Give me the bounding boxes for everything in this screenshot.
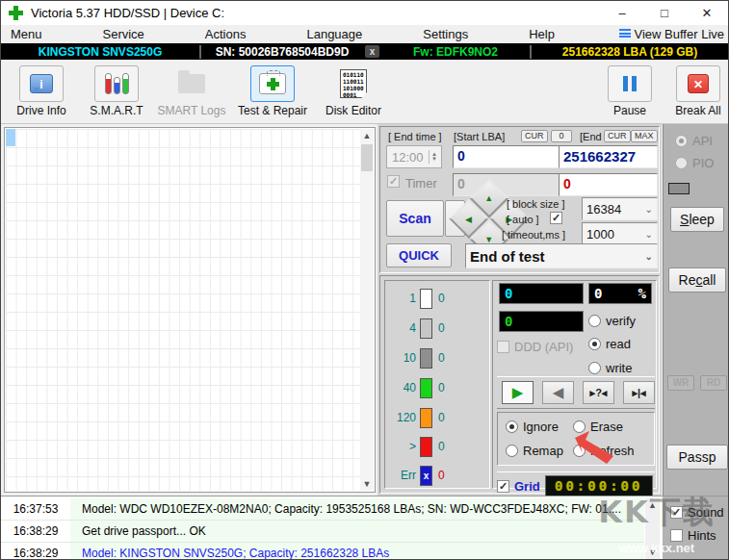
sleep-button[interactable]: Sleep bbox=[670, 207, 724, 232]
mouse-cursor-arrow-icon bbox=[573, 430, 615, 465]
close-button[interactable]: ✕ bbox=[686, 1, 728, 25]
passp-button[interactable]: Passp bbox=[666, 445, 728, 470]
percent-lcd: 0 % bbox=[588, 283, 652, 304]
toolbar: i Drive Info S.M.A.R.T SMART Logs Test &… bbox=[1, 60, 728, 124]
verify-radio[interactable] bbox=[588, 315, 601, 327]
scroll-down-icon[interactable]: ▼ bbox=[648, 546, 657, 559]
end-lba-input[interactable]: 251662327 bbox=[559, 145, 658, 168]
menu-bar: Menu Service Actions Language Settings H… bbox=[1, 25, 728, 43]
test-repair-button[interactable]: Test & Repair bbox=[234, 65, 311, 117]
legend-row-err: Err x 0 bbox=[385, 464, 489, 487]
hints-checkbox[interactable] bbox=[670, 529, 683, 542]
grid-checkbox[interactable] bbox=[497, 480, 509, 493]
scan-grid-current-cell bbox=[6, 129, 15, 146]
error-count-input: 0 bbox=[559, 173, 658, 196]
scan-grid-scrollbar[interactable]: ▲ ▼ bbox=[360, 129, 374, 491]
rewind-button[interactable]: ◀ bbox=[542, 381, 574, 404]
seek-question-button[interactable]: ▸?◂ bbox=[583, 381, 614, 404]
folder-icon bbox=[178, 74, 205, 93]
menu-item-settings[interactable]: Settings bbox=[423, 27, 468, 41]
end-time-label: [ End time ] bbox=[388, 131, 442, 142]
api-radio bbox=[675, 135, 688, 147]
results-group: 1 0 4 0 10 0 40 0 bbox=[379, 275, 660, 494]
speed-lcd: 0 bbox=[499, 311, 584, 332]
maximize-button[interactable]: □ bbox=[643, 1, 686, 25]
mode-verify-option[interactable]: verify bbox=[588, 314, 636, 328]
action-ignore-option[interactable]: Ignore bbox=[506, 420, 559, 434]
timer-value-input: 0 bbox=[453, 173, 573, 196]
end-cur-button[interactable]: CUR bbox=[604, 130, 631, 142]
legend-swatch bbox=[420, 378, 432, 398]
timer-checkbox[interactable] bbox=[387, 175, 400, 188]
auto-checkbox[interactable] bbox=[550, 212, 562, 224]
scroll-up-icon[interactable]: ▲ bbox=[363, 129, 372, 142]
legend-row-120: 120 0 bbox=[385, 406, 489, 429]
drive-info-button[interactable]: i Drive Info bbox=[7, 65, 76, 117]
scan-grid bbox=[6, 129, 360, 491]
grid-toggle-row: Grid 00:00:00 bbox=[497, 471, 655, 497]
chevron-down-icon: ⌄ bbox=[645, 229, 653, 240]
menu-item-language[interactable]: Language bbox=[306, 27, 362, 41]
end-max-button[interactable]: MAX bbox=[631, 130, 658, 142]
scroll-down-icon[interactable]: ▼ bbox=[363, 477, 372, 491]
device-firmware: Fw: EDFK9NO2 bbox=[381, 45, 532, 59]
mode-read-option[interactable]: read bbox=[588, 337, 631, 351]
victoria-app-window: Victoria 5.37 HDD/SSD | Device C: – □ ✕ … bbox=[0, 0, 729, 560]
smart-button[interactable]: S.M.A.R.T bbox=[82, 65, 151, 117]
break-x-icon: ✕ bbox=[688, 74, 709, 93]
remap-radio[interactable] bbox=[506, 445, 518, 457]
scroll-thumb[interactable] bbox=[361, 144, 373, 171]
menu-item-help[interactable]: Help bbox=[529, 27, 555, 41]
minimize-button[interactable]: – bbox=[601, 1, 643, 25]
device-close-icon[interactable]: x bbox=[365, 45, 379, 58]
sound-checkbox[interactable] bbox=[670, 506, 683, 519]
seek-end-button[interactable]: ▸|◂ bbox=[623, 381, 655, 404]
auto-label: [ auto ] bbox=[507, 214, 539, 225]
side-panel: API PIO Sleep Recall WR RD Passp bbox=[663, 124, 729, 496]
timeout-combo[interactable]: 1000⌄ bbox=[582, 222, 658, 245]
log-row: 16:38:29 Get drive passport... OK bbox=[1, 521, 644, 543]
quick-button[interactable]: QUICK bbox=[386, 243, 452, 267]
legend-swatch bbox=[420, 408, 432, 428]
menu-item-menu[interactable]: Menu bbox=[11, 27, 42, 41]
end-time-spinner[interactable]: 12:00 ▲▼ bbox=[386, 145, 442, 168]
action-remap-option[interactable]: Remap bbox=[506, 444, 563, 458]
menu-item-actions[interactable]: Actions bbox=[205, 27, 247, 41]
timer-label: Timer bbox=[405, 176, 437, 191]
scan-button[interactable]: Scan bbox=[386, 200, 444, 237]
api-option: API bbox=[675, 134, 713, 148]
spinner-arrows-icon[interactable]: ▲▼ bbox=[429, 150, 439, 164]
block-size-combo[interactable]: 16384⌄ bbox=[582, 197, 658, 220]
play-button[interactable]: ▶ bbox=[502, 381, 534, 404]
lba-lcd: 0 bbox=[499, 283, 584, 304]
disk-editor-button[interactable]: 010110 110011 101000 0001 Disk Editor bbox=[319, 65, 388, 117]
scan-grid-area: ▲ ▼ bbox=[4, 127, 376, 493]
scroll-up-icon[interactable]: ▲ bbox=[648, 498, 657, 512]
sound-option[interactable]: Sound bbox=[670, 505, 724, 520]
recall-button[interactable]: Recall bbox=[668, 267, 726, 293]
break-all-button[interactable]: ✕ Break All bbox=[667, 65, 729, 117]
pause-button[interactable]: Pause bbox=[600, 65, 660, 117]
start-zero-button[interactable]: 0 bbox=[551, 130, 572, 142]
sleep-label: leep bbox=[689, 212, 714, 227]
device-capacity: 251662328 LBA (129 GB) bbox=[532, 45, 728, 59]
activity-indicator bbox=[668, 183, 690, 194]
menu-item-service[interactable]: Service bbox=[103, 27, 144, 41]
log-scrollbar[interactable]: ▲ ▼ bbox=[645, 498, 660, 559]
end-of-test-combo[interactable]: End of test⌄ bbox=[465, 243, 658, 268]
hints-option[interactable]: Hints bbox=[670, 528, 716, 543]
mode-write-option[interactable]: write bbox=[588, 361, 632, 375]
start-cur-button[interactable]: CUR bbox=[521, 130, 548, 142]
read-radio[interactable] bbox=[588, 338, 601, 350]
log-options-panel: Sound Hints bbox=[663, 496, 729, 560]
status-column: 0 0 % 0 verify DDD (API) read bbox=[492, 280, 657, 489]
legend-swatch bbox=[420, 318, 432, 339]
view-buffer-live-button[interactable]: View Buffer Live bbox=[619, 27, 728, 41]
first-aid-icon bbox=[259, 73, 286, 94]
legend-row-1: 1 0 bbox=[385, 287, 489, 310]
start-lba-label: [Start LBA] bbox=[454, 131, 505, 142]
write-radio[interactable] bbox=[588, 362, 601, 374]
start-lba-input[interactable]: 0 bbox=[453, 145, 573, 168]
device-model[interactable]: KINGSTON SNVS250G bbox=[1, 45, 199, 59]
ignore-radio[interactable] bbox=[506, 420, 518, 433]
